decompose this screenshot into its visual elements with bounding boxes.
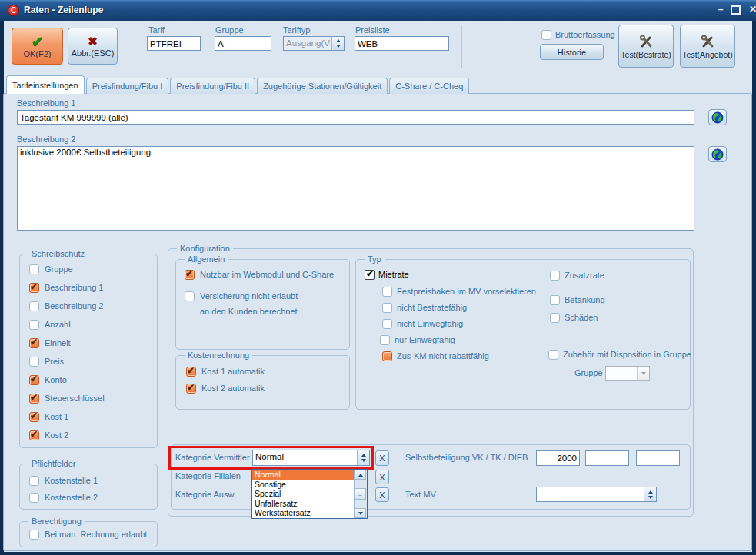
typ-gruppe-select[interactable] [605, 366, 650, 381]
kostenstelle2-checkbox[interactable] [29, 493, 39, 503]
kostenstelle1-checkbox[interactable] [29, 476, 39, 486]
test-bestrate-button[interactable]: Test(Bestrate) [618, 25, 674, 68]
text-mv-select[interactable] [536, 487, 657, 502]
historie-button[interactable]: Historie [540, 44, 604, 60]
konfiguration-group-label: Konfiguration [177, 244, 233, 254]
ws-beschreibung2-checkbox[interactable] [29, 301, 39, 311]
kost1-automatik-checkbox[interactable] [186, 367, 196, 377]
betankung-label: Betankung [565, 295, 605, 305]
tarif-input[interactable] [147, 36, 201, 51]
dropdown-option-unfallersatz[interactable]: Unfallersatz [252, 499, 355, 509]
schaeden-checkbox[interactable] [550, 313, 560, 323]
dropdown-option-spezial[interactable]: Spezial [252, 489, 355, 499]
clear-ausw-button[interactable]: X [375, 487, 389, 502]
tab-preisfindung-fibu-1[interactable]: Preisfindung/Fibu I [86, 78, 169, 94]
typ-group: Typ [355, 259, 691, 410]
kategorie-vermittler-select[interactable]: Normal [252, 450, 370, 466]
ok-button[interactable]: ✔ OK(F2) [12, 28, 63, 65]
zusatzrate-checkbox[interactable] [550, 271, 560, 281]
clear-vermittler-button[interactable]: X [375, 450, 389, 466]
ws-steuerschluessel-checkbox[interactable] [29, 394, 39, 404]
beschreibung1-label: Beschreibung 1 [17, 98, 75, 108]
tab-zugehoerige-stationen[interactable]: Zugehörige Stationen/Gültigkeit [257, 78, 388, 94]
tab-preisfindung-fibu-2[interactable]: Preisfindung/Fibu II [170, 78, 255, 94]
minimize-icon: – [718, 4, 724, 15]
ws-einheit-checkbox[interactable] [29, 338, 39, 348]
tab-c-share-c-cheq[interactable]: C-Share / C-Cheq [389, 78, 469, 94]
scroll-down-icon[interactable] [355, 508, 366, 518]
bruttoerfassung-label: Bruttoerfassung [555, 30, 615, 40]
maximize-icon [731, 5, 741, 15]
nur-einwegfaehig-checkbox[interactable] [380, 335, 390, 345]
spinner-icon[interactable] [331, 37, 344, 50]
scrollbar-thumb[interactable]: = [355, 488, 366, 500]
minimize-button[interactable]: – [714, 3, 727, 15]
beschreibung2-textarea[interactable]: inklusive 2000€ Selbstbeteiligung [17, 146, 694, 231]
beschreibung2-label: Beschreibung 2 [17, 135, 75, 145]
ws-preis-checkbox[interactable] [29, 357, 39, 367]
pflichtfelder-group: Pflichtfelder [19, 464, 158, 510]
schreibschutz-group-label: Schreibschutz [28, 249, 88, 259]
translate-beschreibung1-button[interactable] [708, 109, 727, 125]
window-title: Raten - Zeilenlupe [24, 5, 103, 15]
scroll-up-icon[interactable] [355, 470, 366, 480]
spinner-icon[interactable] [644, 487, 656, 501]
tools-icon [638, 34, 654, 49]
selbstbeteiligung-dieb-input[interactable] [636, 450, 680, 466]
versicherung-nicht-erlaubt-checkbox[interactable] [185, 291, 195, 301]
tariftyp-select[interactable]: Ausgang(Ver [283, 36, 345, 51]
nutzbar-webmodul-label: Nutzbar im Webmodul und C-Share [200, 270, 334, 280]
nutzbar-webmodul-checkbox[interactable] [185, 270, 195, 280]
ws-kost1-checkbox[interactable] [29, 412, 39, 422]
gruppe-input[interactable] [215, 36, 271, 51]
bei-man-rechnung-checkbox[interactable] [29, 530, 39, 540]
selbstbeteiligung-label: Selbstbeteiligung VK / TK / DIEB [405, 453, 528, 463]
nicht-bestratefaehig-checkbox[interactable] [382, 303, 392, 313]
dropdown-option-sonstige[interactable]: Sonstige [252, 480, 355, 490]
ws-gruppe-checkbox[interactable] [29, 264, 39, 274]
selbstbeteiligung-vk-input[interactable] [536, 450, 580, 466]
cross-icon: ✖ [88, 35, 98, 48]
kostenrechnung-group-label: Kostenrechnung [185, 351, 252, 361]
selbstbeteiligung-tk-input[interactable] [585, 450, 629, 466]
tab-tarifeinstellungen[interactable]: Tarifeinstellungen [6, 75, 85, 94]
typ-gruppe-label: Gruppe [574, 368, 603, 378]
close-button[interactable]: ✕ [747, 3, 756, 15]
kostenstelle1-label: Kostenstelle 1 [45, 476, 98, 486]
festpreishaken-checkbox[interactable] [382, 287, 392, 297]
gruppe-label: Gruppe [215, 25, 244, 35]
betankung-checkbox[interactable] [550, 295, 560, 305]
bei-man-rechnung-label: Bei man. Rechnung erlaubt [45, 530, 147, 540]
dropdown-scrollbar[interactable]: = [354, 470, 367, 518]
nicht-einwegfaehig-checkbox[interactable] [382, 319, 392, 329]
zuskm-nicht-rabattfaehig-label: Zus-KM nicht rabattfähig [397, 351, 489, 361]
spinner-icon[interactable] [357, 450, 369, 465]
maximize-button[interactable] [729, 3, 741, 15]
test-bestrate-label: Test(Bestrate) [621, 50, 671, 59]
versicherung-nicht-erlaubt-label: Versicherung nicht erlaubt [200, 291, 298, 301]
ws-kost2-checkbox[interactable] [29, 430, 39, 440]
dropdown-option-werkstattersatz[interactable]: Werkstattersatz [252, 508, 355, 518]
preisliste-input[interactable] [355, 36, 449, 51]
zuskm-nicht-rabattfaehig-checkbox[interactable] [382, 351, 392, 361]
ws-beschreibung1-checkbox[interactable] [29, 283, 39, 293]
festpreishaken-label: Festpreishaken im MV vorselektieren [397, 287, 536, 297]
kost2-automatik-label: Kost 2 automatik [201, 384, 265, 394]
kategorie-ausw-label: Kategorie Ausw. [175, 490, 236, 500]
kost2-automatik-checkbox[interactable] [186, 384, 196, 394]
tariftyp-value: Ausgang(Ver [286, 38, 330, 48]
translate-beschreibung2-button[interactable] [708, 146, 727, 162]
ws-anzahl-checkbox[interactable] [29, 320, 39, 330]
typ-group-label: Typ [365, 254, 385, 264]
text-mv-label: Text MV [405, 490, 436, 500]
kostenstelle2-label: Kostenstelle 2 [45, 493, 98, 503]
mietrate-checkbox[interactable] [365, 270, 375, 280]
cancel-button[interactable]: ✖ Abbr.(ESC) [68, 28, 118, 65]
zubehoer-disposition-checkbox[interactable] [548, 350, 558, 360]
clear-filialen-button[interactable]: X [375, 470, 389, 484]
test-angebot-button[interactable]: Test(Angebot) [680, 25, 735, 68]
bruttoerfassung-checkbox[interactable] [541, 30, 551, 40]
ws-konto-checkbox[interactable] [29, 375, 39, 385]
beschreibung1-input[interactable] [17, 110, 694, 125]
dropdown-option-normal[interactable]: Normal [252, 470, 355, 480]
